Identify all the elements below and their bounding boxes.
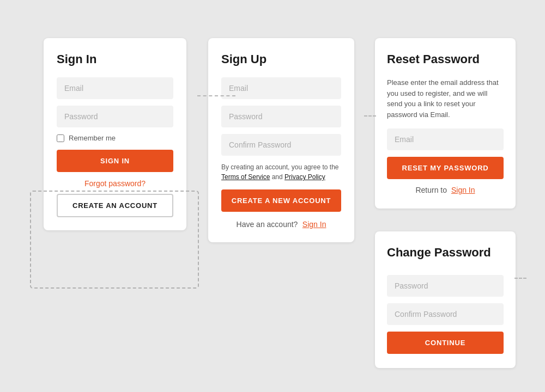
reset-title: Reset Password — [387, 52, 504, 66]
signup-title: Sign Up — [221, 52, 341, 66]
have-account-row: Have an account? Sign In — [221, 219, 341, 229]
have-account-text: Have an account? — [237, 220, 298, 229]
remember-me-row: Remember me — [57, 134, 173, 142]
continue-button[interactable]: CONTINUE — [387, 332, 504, 354]
signin-panel: Sign In Remember me SIGN IN Forgot passw… — [44, 38, 186, 230]
create-new-account-button[interactable]: CREATE A NEW ACCOUNT — [221, 189, 341, 212]
change-panel: Change Password CONTINUE — [375, 231, 516, 368]
signup-confirm-input[interactable] — [221, 134, 341, 156]
terms-link[interactable]: Terms of Service — [221, 173, 270, 181]
reset-email-input[interactable] — [387, 128, 504, 150]
change-password-input[interactable] — [387, 275, 504, 297]
signin-title: Sign In — [57, 52, 173, 66]
remember-me-checkbox[interactable] — [57, 134, 64, 142]
signup-password-input[interactable] — [221, 106, 341, 127]
privacy-link[interactable]: Privacy Policy — [284, 173, 325, 181]
change-title: Change Password — [387, 246, 504, 260]
change-right-connector — [514, 278, 526, 279]
signin-password-input[interactable] — [57, 106, 173, 127]
reset-password-button[interactable]: RESET MY PASSWORD — [387, 157, 504, 179]
reset-signin-link[interactable]: Sign In — [451, 186, 475, 194]
forgot-password-row: Forgot password? — [57, 179, 173, 188]
terms-text: By creating an account, you agree to the… — [221, 162, 341, 182]
return-text: Return to — [415, 186, 447, 194]
signin-button[interactable]: SIGN IN — [57, 150, 173, 172]
create-account-button[interactable]: CREATE AN ACCOUNT — [57, 194, 173, 217]
signup-signin-link[interactable]: Sign In — [302, 220, 326, 229]
reset-left-connector — [364, 115, 376, 117]
reset-subtitle: Please enter the email address that you … — [387, 77, 504, 120]
signup-email-input[interactable] — [221, 77, 341, 99]
reset-panel: Reset Password Please enter the email ad… — [375, 38, 516, 209]
signin-email-input[interactable] — [57, 77, 173, 99]
signup-panel: Sign Up By creating an account, you agre… — [208, 38, 354, 242]
return-signin-row: Return to Sign In — [387, 186, 504, 194]
forgot-password-link[interactable]: Forgot password? — [84, 179, 146, 188]
change-confirm-input[interactable] — [387, 303, 504, 325]
remember-me-label: Remember me — [69, 134, 116, 142]
